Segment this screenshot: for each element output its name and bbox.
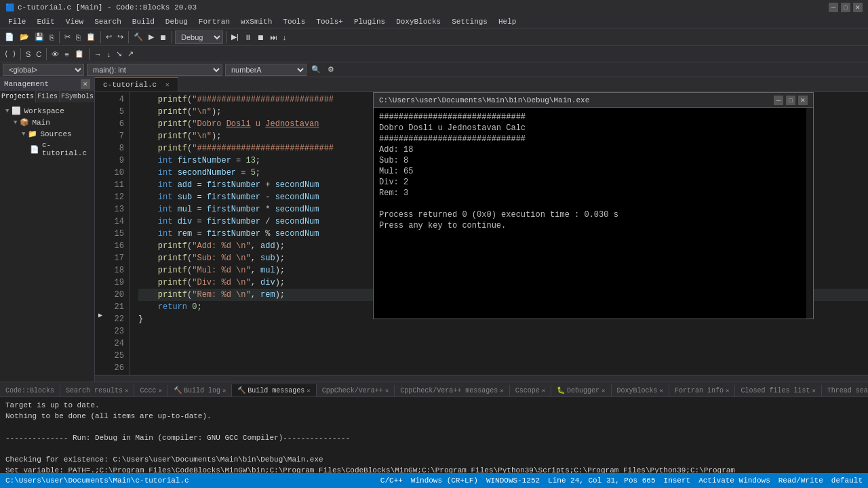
menu-help[interactable]: Help <box>493 16 521 27</box>
tree-main[interactable]: ▼ 📦 Main <box>3 117 92 128</box>
menu-plugins[interactable]: Plugins <box>349 16 391 27</box>
stop-button[interactable]: ⏹ <box>157 33 169 42</box>
copy-button[interactable]: ⎘ <box>74 33 83 42</box>
menu-view[interactable]: View <box>60 16 89 27</box>
bottom-tab-cppcheckmsg-close[interactable]: ✕ <box>500 387 503 394</box>
variable-selector[interactable]: numberA <box>225 64 307 76</box>
bottom-tab-buildmsg[interactable]: 🔨 Build messages ✕ <box>232 384 316 396</box>
debug-callstack[interactable]: 📋 <box>73 49 86 59</box>
menu-edit[interactable]: Edit <box>31 16 60 27</box>
bottom-tab-fortraninfo[interactable]: Fortran info ✕ <box>669 385 735 396</box>
bottom-tab-cppcheck[interactable]: CppCheck/Vera++ ✕ <box>317 385 395 396</box>
title-bar: 🟦 c-tutorial.c [Main] - Code::Blocks 20.… <box>0 0 868 15</box>
paste-button[interactable]: 📋 <box>84 32 98 42</box>
menu-doxyblocks[interactable]: DoxyBlocks <box>391 16 446 27</box>
debug-step-out[interactable]: ↗ <box>125 49 136 59</box>
tree-sources[interactable]: ▼ 📁 Sources <box>3 128 92 140</box>
sep5 <box>226 31 226 43</box>
bottom-tab-codeblocks-label: Code::Blocks <box>5 387 54 394</box>
bottom-tab-fortraninfo-close[interactable]: ✕ <box>726 387 729 394</box>
debug-pause-button[interactable]: ⏸ <box>242 33 254 42</box>
debug-next-line[interactable]: ↓ <box>105 49 113 59</box>
maximize-button[interactable]: □ <box>841 3 850 12</box>
terminal-scrollbar[interactable] <box>806 108 813 319</box>
bottom-tab-buildmsg-icon: 🔨 <box>237 386 245 394</box>
menu-debug[interactable]: Debug <box>160 16 193 27</box>
bottom-tab-closedfiles-close[interactable]: ✕ <box>812 387 815 394</box>
scope-search-button[interactable]: 🔍 <box>309 64 323 75</box>
bottom-tab-cppcheck-close[interactable]: ✕ <box>385 387 389 394</box>
sidebar-close-button[interactable]: ✕ <box>81 79 90 89</box>
debug-watch[interactable]: 👁 <box>50 49 61 59</box>
build-target-selector[interactable]: Debug Release <box>175 30 223 44</box>
editor-scrollbar-h[interactable] <box>95 375 868 382</box>
redo-button[interactable]: ↪ <box>115 32 125 42</box>
sidebar-tab-projects[interactable]: Projects <box>0 91 36 102</box>
menu-settings[interactable]: Settings <box>446 16 493 27</box>
debug-next-button[interactable]: ⏭ <box>268 33 279 42</box>
menu-fortran[interactable]: Fortran <box>193 16 235 27</box>
menu-file[interactable]: File <box>3 16 31 27</box>
terminal-minimize[interactable]: ─ <box>774 96 783 105</box>
menu-search[interactable]: Search <box>89 16 127 27</box>
bottom-tab-cppcheckmsg[interactable]: CppCheck/Vera++ messages ✕ <box>395 385 509 396</box>
bottom-content: Target is up to date. Nothing to be done… <box>0 397 868 473</box>
menu-tools-plus[interactable]: Tools+ <box>311 16 349 27</box>
minimize-button[interactable]: ─ <box>829 3 838 12</box>
debug-run-to[interactable]: → <box>92 49 104 59</box>
bottom-tab-cccc-close[interactable]: ✕ <box>158 387 161 394</box>
bottom-tab-threadsearch[interactable]: Thread search ✕ <box>822 385 868 396</box>
terminal-close[interactable]: ✕ <box>798 96 808 105</box>
tree-workspace[interactable]: ▼ ⬜ Workspace <box>3 105 92 117</box>
toggle-block-comment[interactable]: C <box>34 49 43 59</box>
tab-close-icon[interactable]: ✕ <box>165 81 170 89</box>
bottom-tab-doxyblocks-close[interactable]: ✕ <box>660 387 663 394</box>
save-all-button[interactable]: ⎘ <box>47 33 56 42</box>
gutter-20 <box>95 267 106 278</box>
bookmark-prev[interactable]: ⟨ <box>3 49 9 59</box>
bottom-tab-search[interactable]: Search results ✕ <box>60 385 134 396</box>
terminal-line-rem: Rem: 3 <box>379 188 801 199</box>
sidebar-tab-fsymbols[interactable]: FSymbols <box>60 91 96 102</box>
sidebar-tab-files[interactable]: Files <box>36 91 60 102</box>
bottom-tab-debugger-icon: 🐛 <box>557 386 565 394</box>
menu-build[interactable]: Build <box>127 16 160 27</box>
debug-play-button[interactable]: ▶| <box>229 32 241 42</box>
bottom-tab-cscope-close[interactable]: ✕ <box>542 387 545 394</box>
main-label: Main <box>32 119 50 127</box>
build-button[interactable]: 🔨 <box>132 32 145 42</box>
new-button[interactable]: 📄 <box>3 32 16 42</box>
save-button[interactable]: 💾 <box>33 32 46 42</box>
tree-file-ctutorial[interactable]: 📄 c-tutorial.c <box>3 140 92 159</box>
scope-selector[interactable]: <global> <box>3 64 84 76</box>
close-button[interactable]: ✕ <box>853 3 863 12</box>
bottom-tab-doxyblocks[interactable]: DoxyBlocks ✕ <box>612 385 669 396</box>
bottom-tab-buildlog[interactable]: 🔨 Build log ✕ <box>168 384 232 396</box>
menu-wxsmith[interactable]: wxSmith <box>235 16 277 27</box>
debug-step-button[interactable]: ↓ <box>281 33 289 42</box>
bottom-tab-closedfiles[interactable]: Closed files list ✕ <box>735 385 821 396</box>
debug-step-into[interactable]: ↘ <box>114 49 124 59</box>
scope-config-button[interactable]: ⚙ <box>326 64 336 75</box>
bottom-tab-debugger-close[interactable]: ✕ <box>601 387 605 394</box>
cut-button[interactable]: ✂ <box>62 32 73 42</box>
terminal-maximize[interactable]: □ <box>786 96 795 105</box>
function-selector[interactable]: main(): int <box>87 64 222 76</box>
debug-stop-button[interactable]: ⏹ <box>255 33 267 42</box>
bottom-tab-cccc[interactable]: Cccc ✕ <box>134 385 167 396</box>
gutter-19 <box>95 256 106 267</box>
menu-tools[interactable]: Tools <box>277 16 311 27</box>
debug-locals[interactable]: ≡ <box>62 49 71 59</box>
undo-button[interactable]: ↩ <box>104 32 114 42</box>
bookmark-next[interactable]: ⟩ <box>11 49 18 59</box>
bottom-tab-buildmsg-close[interactable]: ✕ <box>307 387 310 394</box>
bottom-tab-search-close[interactable]: ✕ <box>125 387 128 394</box>
editor-tab-ctutorial[interactable]: c-tutorial.c ✕ <box>95 77 178 92</box>
bottom-tab-codeblocks[interactable]: Code::Blocks <box>0 385 60 396</box>
bottom-tab-debugger[interactable]: 🐛 Debugger ✕ <box>551 384 611 396</box>
toggle-comment[interactable]: S <box>24 49 33 59</box>
open-button[interactable]: 📂 <box>18 32 31 42</box>
bottom-tab-buildlog-close[interactable]: ✕ <box>222 387 226 394</box>
run-button[interactable]: ▶ <box>146 32 156 42</box>
bottom-tab-cscope[interactable]: Cscope ✕ <box>510 385 551 396</box>
